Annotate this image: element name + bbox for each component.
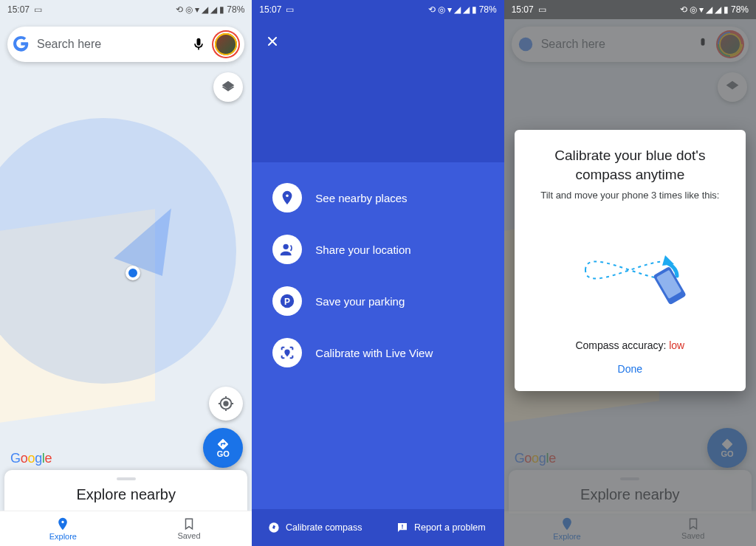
action-label: Calibrate with Live View — [315, 347, 433, 359]
google-watermark: Google — [10, 451, 52, 466]
modal-subtitle: Tilt and move your phone 3 times like th… — [528, 190, 732, 201]
explore-sheet[interactable]: Explore nearby — [4, 470, 247, 514]
action-label: See nearby places — [315, 192, 407, 204]
action-label: Save your parking — [315, 295, 405, 308]
battery-percent: 78% — [479, 4, 497, 15]
sheet-handle[interactable] — [117, 477, 136, 480]
vpn-icon: ⟲ — [680, 4, 687, 15]
battery-percent: 78% — [731, 4, 749, 15]
svg-rect-4 — [402, 525, 402, 527]
sheet-title: Explore nearby — [4, 486, 247, 503]
my-location-button[interactable] — [209, 387, 243, 421]
battery-icon: ▮ — [472, 4, 477, 15]
close-button[interactable] — [265, 34, 280, 53]
battery-percent: 78% — [227, 4, 244, 15]
sheet-header-area — [252, 0, 504, 162]
status-bar: 15:07 ▭ ⟲ ◎ ▾ ◢ ◢ ▮ 78% — [252, 0, 504, 19]
signal-icon: ◢ — [706, 4, 712, 15]
status-time: 15:07 — [7, 4, 30, 15]
wifi-icon: ▾ — [447, 4, 452, 15]
status-time: 15:07 — [259, 4, 281, 15]
location-icon: ◎ — [185, 4, 193, 15]
report-problem-button[interactable]: Report a problem — [378, 509, 504, 546]
mic-icon[interactable] — [191, 37, 206, 52]
calibrate-modal: Calibrate your blue dot's compass anytim… — [515, 130, 746, 391]
nav-label: Explore — [49, 532, 77, 541]
parking-icon: P — [272, 286, 302, 316]
status-bar: 15:07 ▭ ⟲ ◎ ▾ ◢ ◢ ▮ 78% — [504, 0, 756, 19]
location-icon: ◎ — [690, 4, 697, 15]
compass-icon — [268, 522, 280, 533]
wifi-icon: ▾ — [699, 4, 704, 15]
pin-icon — [55, 516, 70, 531]
signal-icon: ◢ — [715, 4, 721, 15]
nav-label: Saved — [177, 531, 200, 540]
notification-icon: ▭ — [286, 4, 294, 15]
notification-icon: ▭ — [34, 4, 42, 15]
svg-marker-7 — [662, 255, 674, 266]
battery-icon: ▮ — [219, 4, 224, 15]
accuracy-value: low — [669, 339, 684, 351]
signal-icon: ◢ — [463, 4, 470, 15]
blue-dot-sheet: 15:07 ▭ ⟲ ◎ ▾ ◢ ◢ ▮ 78% See nearby place… — [252, 0, 504, 546]
modal-title: Calibrate your blue dot's compass anytim… — [528, 146, 732, 184]
bottom-nav: Explore Saved — [0, 511, 252, 546]
signal-icon: ◢ — [210, 4, 217, 15]
signal-icon: ◢ — [454, 4, 461, 15]
calibrate-compass-button[interactable]: Calibrate compass — [252, 509, 378, 546]
action-see-nearby[interactable]: See nearby places — [272, 183, 489, 212]
bookmark-icon — [182, 517, 196, 531]
layers-icon — [221, 80, 236, 94]
nav-saved[interactable]: Saved — [126, 511, 252, 546]
signal-icon: ◢ — [202, 4, 208, 15]
battery-icon: ▮ — [724, 4, 729, 15]
wifi-icon: ▾ — [195, 4, 199, 15]
svg-point-0 — [284, 244, 289, 249]
action-share-location[interactable]: Share your location — [272, 235, 489, 264]
action-calibrate-liveview[interactable]: Calibrate with Live View — [272, 338, 489, 367]
nav-explore[interactable]: Explore — [0, 511, 126, 546]
calibrate-modal-screen: Search here GO Google Explore nearby Exp… — [504, 0, 756, 546]
close-icon — [265, 34, 280, 49]
go-label: GO — [217, 449, 230, 458]
vpn-icon: ⟲ — [176, 4, 183, 15]
action-save-parking[interactable]: P Save your parking — [272, 286, 489, 316]
go-button[interactable]: GO — [203, 428, 243, 468]
crosshair-icon — [218, 395, 234, 412]
profile-avatar[interactable] — [213, 32, 238, 57]
location-icon: ◎ — [438, 4, 445, 15]
notification-icon: ▭ — [538, 4, 546, 15]
feedback-icon — [396, 522, 408, 533]
status-time: 15:07 — [512, 4, 534, 15]
status-bar: 15:07 ▭ ⟲ ◎ ▾ ◢ ◢ ▮ 78% — [0, 0, 252, 19]
svg-rect-5 — [402, 528, 402, 528]
footer-label: Calibrate compass — [286, 522, 362, 533]
figure8-animation — [556, 211, 704, 329]
google-logo-icon — [13, 36, 30, 52]
sheet-footer: Calibrate compass Report a problem — [252, 509, 504, 546]
person-share-icon — [272, 235, 302, 264]
action-label: Share your location — [315, 243, 410, 256]
search-placeholder: Search here — [37, 38, 184, 51]
pin-target-icon — [272, 183, 302, 212]
compass-accuracy: Compass accuracy: low — [528, 339, 732, 351]
done-button[interactable]: Done — [614, 359, 647, 379]
svg-text:P: P — [284, 297, 290, 307]
action-list: See nearby places Share your location P … — [272, 183, 489, 367]
map-screen: 15:07 ▭ ⟲ ◎ ▾ ◢ ◢ ▮ 78% Search here GO G… — [0, 0, 252, 546]
footer-label: Report a problem — [414, 522, 486, 533]
blue-dot[interactable] — [126, 266, 140, 280]
vpn-icon: ⟲ — [428, 4, 436, 15]
liveview-icon — [272, 338, 302, 367]
search-bar[interactable]: Search here — [7, 27, 244, 62]
